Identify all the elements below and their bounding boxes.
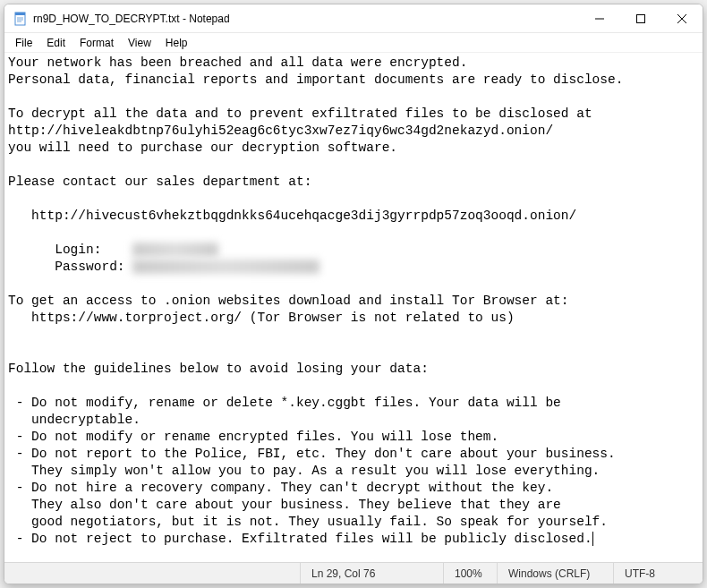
status-spacer [4, 563, 300, 584]
password-redacted: xxxxxxxxxxxxxxxxxxxxxxxx [132, 260, 319, 274]
notepad-window: rn9D_HOW_TO_DECRYPT.txt - Notepad File E… [4, 4, 703, 584]
text-caret [592, 532, 593, 546]
titlebar[interactable]: rn9D_HOW_TO_DECRYPT.txt - Notepad [4, 4, 703, 33]
close-button[interactable] [661, 4, 703, 33]
menubar: File Edit Format View Help [4, 33, 703, 53]
status-lineending: Windows (CRLF) [497, 563, 613, 584]
notepad-icon [13, 12, 28, 26]
editor-area: pcrisk.com Your network has been breache… [4, 53, 703, 562]
svg-rect-1 [15, 13, 25, 15]
statusbar: Ln 29, Col 76 100% Windows (CRLF) UTF-8 [4, 562, 703, 584]
window-title: rn9D_HOW_TO_DECRYPT.txt - Notepad [33, 13, 579, 25]
menu-edit[interactable]: Edit [39, 35, 72, 51]
status-position: Ln 29, Col 76 [300, 563, 443, 584]
status-zoom[interactable]: 100% [443, 563, 497, 584]
menu-help[interactable]: Help [158, 35, 195, 51]
menu-format[interactable]: Format [72, 35, 121, 51]
menu-file[interactable]: File [8, 35, 39, 51]
svg-rect-6 [637, 15, 645, 23]
login-redacted: xxxxxxxxxxx [132, 243, 218, 257]
minimize-button[interactable] [579, 4, 620, 33]
window-controls [579, 4, 703, 32]
maximize-button[interactable] [620, 4, 661, 33]
text-editor[interactable]: Your network has been breached and all d… [4, 53, 703, 562]
status-encoding: UTF-8 [613, 563, 703, 584]
menu-view[interactable]: View [121, 35, 158, 51]
